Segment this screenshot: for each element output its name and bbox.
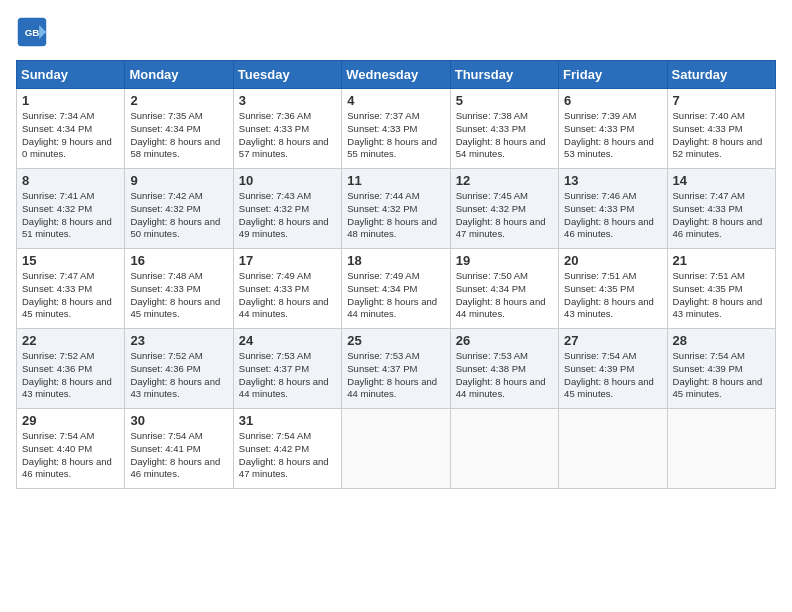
day-number: 13 (564, 173, 661, 188)
day-number: 11 (347, 173, 444, 188)
calendar-cell: 6Sunrise: 7:39 AM Sunset: 4:33 PM Daylig… (559, 89, 667, 169)
day-number: 2 (130, 93, 227, 108)
cell-sun-info: Sunrise: 7:35 AM Sunset: 4:34 PM Dayligh… (130, 110, 227, 161)
calendar-cell: 2Sunrise: 7:35 AM Sunset: 4:34 PM Daylig… (125, 89, 233, 169)
cell-sun-info: Sunrise: 7:44 AM Sunset: 4:32 PM Dayligh… (347, 190, 444, 241)
cell-sun-info: Sunrise: 7:54 AM Sunset: 4:42 PM Dayligh… (239, 430, 336, 481)
calendar-cell: 4Sunrise: 7:37 AM Sunset: 4:33 PM Daylig… (342, 89, 450, 169)
calendar-cell: 30Sunrise: 7:54 AM Sunset: 4:41 PM Dayli… (125, 409, 233, 489)
calendar-week-row: 1Sunrise: 7:34 AM Sunset: 4:34 PM Daylig… (17, 89, 776, 169)
day-number: 1 (22, 93, 119, 108)
cell-sun-info: Sunrise: 7:54 AM Sunset: 4:39 PM Dayligh… (673, 350, 770, 401)
cell-sun-info: Sunrise: 7:54 AM Sunset: 4:41 PM Dayligh… (130, 430, 227, 481)
calendar-week-row: 22Sunrise: 7:52 AM Sunset: 4:36 PM Dayli… (17, 329, 776, 409)
calendar-cell: 11Sunrise: 7:44 AM Sunset: 4:32 PM Dayli… (342, 169, 450, 249)
calendar-cell: 25Sunrise: 7:53 AM Sunset: 4:37 PM Dayli… (342, 329, 450, 409)
cell-sun-info: Sunrise: 7:52 AM Sunset: 4:36 PM Dayligh… (22, 350, 119, 401)
day-number: 23 (130, 333, 227, 348)
calendar-cell: 7Sunrise: 7:40 AM Sunset: 4:33 PM Daylig… (667, 89, 775, 169)
calendar-cell: 1Sunrise: 7:34 AM Sunset: 4:34 PM Daylig… (17, 89, 125, 169)
calendar-week-row: 29Sunrise: 7:54 AM Sunset: 4:40 PM Dayli… (17, 409, 776, 489)
cell-sun-info: Sunrise: 7:37 AM Sunset: 4:33 PM Dayligh… (347, 110, 444, 161)
calendar-body: 1Sunrise: 7:34 AM Sunset: 4:34 PM Daylig… (17, 89, 776, 489)
cell-sun-info: Sunrise: 7:53 AM Sunset: 4:38 PM Dayligh… (456, 350, 553, 401)
cell-sun-info: Sunrise: 7:39 AM Sunset: 4:33 PM Dayligh… (564, 110, 661, 161)
calendar-cell: 12Sunrise: 7:45 AM Sunset: 4:32 PM Dayli… (450, 169, 558, 249)
calendar-cell: 10Sunrise: 7:43 AM Sunset: 4:32 PM Dayli… (233, 169, 341, 249)
day-number: 14 (673, 173, 770, 188)
calendar-cell: 17Sunrise: 7:49 AM Sunset: 4:33 PM Dayli… (233, 249, 341, 329)
calendar-cell: 15Sunrise: 7:47 AM Sunset: 4:33 PM Dayli… (17, 249, 125, 329)
day-number: 15 (22, 253, 119, 268)
day-number: 21 (673, 253, 770, 268)
day-number: 20 (564, 253, 661, 268)
calendar-week-row: 15Sunrise: 7:47 AM Sunset: 4:33 PM Dayli… (17, 249, 776, 329)
cell-sun-info: Sunrise: 7:45 AM Sunset: 4:32 PM Dayligh… (456, 190, 553, 241)
calendar-cell (450, 409, 558, 489)
day-number: 29 (22, 413, 119, 428)
cell-sun-info: Sunrise: 7:47 AM Sunset: 4:33 PM Dayligh… (673, 190, 770, 241)
day-number: 27 (564, 333, 661, 348)
weekday-header-cell: Saturday (667, 61, 775, 89)
day-number: 3 (239, 93, 336, 108)
calendar-cell: 28Sunrise: 7:54 AM Sunset: 4:39 PM Dayli… (667, 329, 775, 409)
calendar-cell: 14Sunrise: 7:47 AM Sunset: 4:33 PM Dayli… (667, 169, 775, 249)
cell-sun-info: Sunrise: 7:54 AM Sunset: 4:39 PM Dayligh… (564, 350, 661, 401)
cell-sun-info: Sunrise: 7:42 AM Sunset: 4:32 PM Dayligh… (130, 190, 227, 241)
cell-sun-info: Sunrise: 7:50 AM Sunset: 4:34 PM Dayligh… (456, 270, 553, 321)
cell-sun-info: Sunrise: 7:34 AM Sunset: 4:34 PM Dayligh… (22, 110, 119, 161)
calendar-cell: 27Sunrise: 7:54 AM Sunset: 4:39 PM Dayli… (559, 329, 667, 409)
cell-sun-info: Sunrise: 7:49 AM Sunset: 4:33 PM Dayligh… (239, 270, 336, 321)
calendar-week-row: 8Sunrise: 7:41 AM Sunset: 4:32 PM Daylig… (17, 169, 776, 249)
calendar-cell: 24Sunrise: 7:53 AM Sunset: 4:37 PM Dayli… (233, 329, 341, 409)
weekday-header-cell: Tuesday (233, 61, 341, 89)
calendar-cell: 5Sunrise: 7:38 AM Sunset: 4:33 PM Daylig… (450, 89, 558, 169)
day-number: 26 (456, 333, 553, 348)
calendar-cell: 8Sunrise: 7:41 AM Sunset: 4:32 PM Daylig… (17, 169, 125, 249)
cell-sun-info: Sunrise: 7:47 AM Sunset: 4:33 PM Dayligh… (22, 270, 119, 321)
day-number: 10 (239, 173, 336, 188)
cell-sun-info: Sunrise: 7:40 AM Sunset: 4:33 PM Dayligh… (673, 110, 770, 161)
weekday-header-row: SundayMondayTuesdayWednesdayThursdayFrid… (17, 61, 776, 89)
day-number: 9 (130, 173, 227, 188)
calendar-cell: 31Sunrise: 7:54 AM Sunset: 4:42 PM Dayli… (233, 409, 341, 489)
day-number: 5 (456, 93, 553, 108)
day-number: 24 (239, 333, 336, 348)
cell-sun-info: Sunrise: 7:52 AM Sunset: 4:36 PM Dayligh… (130, 350, 227, 401)
cell-sun-info: Sunrise: 7:53 AM Sunset: 4:37 PM Dayligh… (347, 350, 444, 401)
calendar-cell: 16Sunrise: 7:48 AM Sunset: 4:33 PM Dayli… (125, 249, 233, 329)
cell-sun-info: Sunrise: 7:48 AM Sunset: 4:33 PM Dayligh… (130, 270, 227, 321)
calendar-cell: 18Sunrise: 7:49 AM Sunset: 4:34 PM Dayli… (342, 249, 450, 329)
calendar-cell: 9Sunrise: 7:42 AM Sunset: 4:32 PM Daylig… (125, 169, 233, 249)
cell-sun-info: Sunrise: 7:36 AM Sunset: 4:33 PM Dayligh… (239, 110, 336, 161)
calendar-cell: 22Sunrise: 7:52 AM Sunset: 4:36 PM Dayli… (17, 329, 125, 409)
day-number: 19 (456, 253, 553, 268)
day-number: 16 (130, 253, 227, 268)
cell-sun-info: Sunrise: 7:38 AM Sunset: 4:33 PM Dayligh… (456, 110, 553, 161)
cell-sun-info: Sunrise: 7:51 AM Sunset: 4:35 PM Dayligh… (673, 270, 770, 321)
weekday-header-cell: Thursday (450, 61, 558, 89)
calendar-cell: 3Sunrise: 7:36 AM Sunset: 4:33 PM Daylig… (233, 89, 341, 169)
day-number: 7 (673, 93, 770, 108)
day-number: 6 (564, 93, 661, 108)
day-number: 25 (347, 333, 444, 348)
cell-sun-info: Sunrise: 7:43 AM Sunset: 4:32 PM Dayligh… (239, 190, 336, 241)
calendar-cell: 21Sunrise: 7:51 AM Sunset: 4:35 PM Dayli… (667, 249, 775, 329)
weekday-header-cell: Sunday (17, 61, 125, 89)
cell-sun-info: Sunrise: 7:53 AM Sunset: 4:37 PM Dayligh… (239, 350, 336, 401)
day-number: 4 (347, 93, 444, 108)
weekday-header-cell: Monday (125, 61, 233, 89)
day-number: 31 (239, 413, 336, 428)
day-number: 18 (347, 253, 444, 268)
day-number: 12 (456, 173, 553, 188)
calendar-cell (342, 409, 450, 489)
day-number: 28 (673, 333, 770, 348)
cell-sun-info: Sunrise: 7:54 AM Sunset: 4:40 PM Dayligh… (22, 430, 119, 481)
calendar-cell: 26Sunrise: 7:53 AM Sunset: 4:38 PM Dayli… (450, 329, 558, 409)
day-number: 30 (130, 413, 227, 428)
svg-text:GB: GB (25, 27, 40, 38)
day-number: 17 (239, 253, 336, 268)
cell-sun-info: Sunrise: 7:41 AM Sunset: 4:32 PM Dayligh… (22, 190, 119, 241)
calendar-cell: 19Sunrise: 7:50 AM Sunset: 4:34 PM Dayli… (450, 249, 558, 329)
weekday-header-cell: Friday (559, 61, 667, 89)
